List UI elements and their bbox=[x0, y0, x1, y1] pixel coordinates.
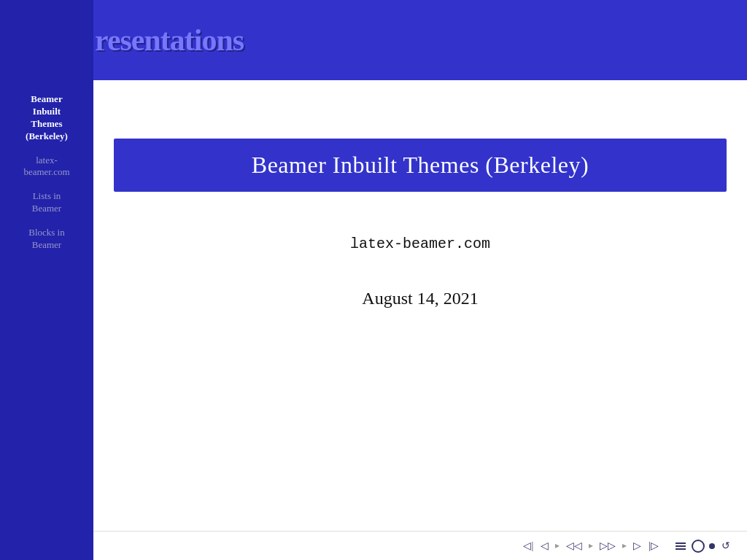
nav-line-1 bbox=[676, 542, 686, 544]
nav-next-icon[interactable]: ▷ bbox=[631, 538, 643, 553]
slide-title-bar: Beamer Inbuilt Themes (Berkeley) bbox=[114, 139, 727, 192]
nav-last-icon[interactable]: |▷ bbox=[646, 538, 661, 553]
nav-refresh-icon[interactable]: ↺ bbox=[719, 538, 732, 553]
nav-line-2 bbox=[676, 545, 686, 547]
nav-dot-icon[interactable] bbox=[709, 543, 715, 549]
sidebar-item-blocks-beamer[interactable]: Blocks inBeamer bbox=[0, 221, 93, 257]
nav-section-prev-icon[interactable]: ◁◁ bbox=[564, 538, 584, 553]
nav-circle-icon[interactable] bbox=[692, 540, 705, 553]
sidebar-item-lists-beamer[interactable]: Lists inBeamer bbox=[0, 184, 93, 221]
nav-separator-3: ▸ bbox=[621, 540, 628, 551]
nav-prev-icon[interactable]: ◁ bbox=[538, 538, 551, 553]
slide-subtitle: latex-beamer.com bbox=[350, 236, 490, 252]
nav-line-3 bbox=[676, 548, 686, 550]
main-content: Beamer Inbuilt Themes (Berkeley) latex-b… bbox=[93, 80, 747, 560]
nav-section-next-icon[interactable]: ▷▷ bbox=[597, 538, 618, 553]
sidebar: BeamerInbuiltThemes(Berkeley) latex-beam… bbox=[0, 0, 93, 560]
sidebar-item-blocks-beamer-label: Blocks inBeamer bbox=[28, 227, 64, 250]
nav-lines-icon bbox=[676, 542, 686, 550]
sidebar-item-lists-beamer-label: Lists inBeamer bbox=[32, 190, 61, 214]
nav-separator-1: ▸ bbox=[554, 540, 561, 551]
top-bar-title: resentations bbox=[95, 23, 244, 58]
nav-separator-2: ▸ bbox=[587, 540, 595, 551]
nav-first-icon[interactable]: ◁| bbox=[521, 538, 535, 553]
bottom-navigation-bar: ◁| ◁ ▸ ◁◁ ▸ ▷▷ ▸ ▷ |▷ ↺ bbox=[93, 531, 747, 560]
slide-title: Beamer Inbuilt Themes (Berkeley) bbox=[136, 152, 705, 179]
sidebar-item-beamer-inbuilt[interactable]: BeamerInbuiltThemes(Berkeley) bbox=[0, 88, 93, 149]
top-bar: resentations bbox=[0, 0, 747, 80]
nav-spacer bbox=[670, 540, 673, 553]
sidebar-item-latex-beamer-label: latex-beamer.com bbox=[23, 155, 69, 178]
slide-date: August 14, 2021 bbox=[362, 289, 478, 308]
sidebar-item-latex-beamer[interactable]: latex-beamer.com bbox=[0, 149, 93, 185]
sidebar-item-beamer-inbuilt-label: BeamerInbuiltThemes(Berkeley) bbox=[26, 93, 68, 141]
